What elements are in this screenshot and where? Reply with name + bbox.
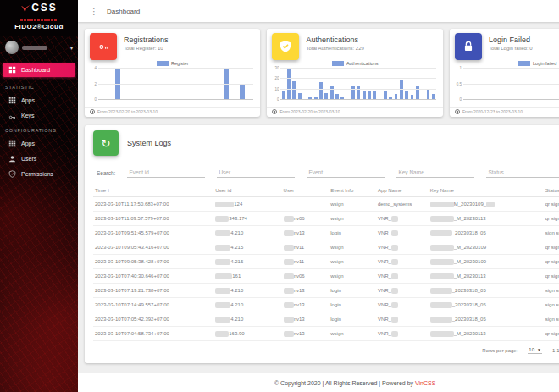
filter-input-status[interactable]: [486, 168, 559, 178]
cell-user-id: 124: [213, 197, 281, 212]
redacted-value: [284, 216, 294, 222]
cell-key-name: _20230318_05: [429, 284, 544, 298]
cell-user: nv13: [282, 298, 329, 312]
chart-bar: [287, 68, 291, 99]
redacted-value: [430, 288, 452, 294]
y-axis-tick: 1: [459, 66, 462, 70]
chart-bar: [240, 84, 245, 100]
column-header-user-id[interactable]: User id: [213, 185, 281, 197]
shield-icon: [8, 170, 16, 178]
column-header-user[interactable]: User: [282, 185, 329, 197]
sidebar-item-users[interactable]: Users: [0, 152, 78, 165]
vincss-link[interactable]: VinCSS: [415, 380, 435, 386]
card-footer: From 2023-02-20 to 2023-03-10: [267, 107, 442, 117]
sidebar-item-keys[interactable]: Keys: [0, 108, 78, 122]
filter-input-event-id[interactable]: [127, 168, 205, 178]
logs-table: Time ↑User idUserEvent InfoApp NameKey N…: [93, 185, 559, 341]
column-header-status[interactable]: Status: [544, 185, 559, 197]
logo-text: CSS: [31, 3, 58, 13]
redacted-value: [391, 317, 398, 323]
chart-legend: Register: [85, 61, 260, 66]
table-row[interactable]: 2023-03-10T11:17:50.683+07:00124wsigndem…: [93, 197, 559, 212]
card-subtitle: Total Authentications: 229: [306, 46, 363, 51]
redacted-value: [391, 302, 398, 308]
cell-user: nv13: [282, 226, 329, 240]
redacted-value: [215, 259, 230, 265]
avatar: [5, 41, 19, 54]
redacted-value: [391, 259, 398, 265]
sidebar-item-label: Keys: [21, 113, 35, 119]
column-header-event-info[interactable]: Event Info: [329, 185, 376, 197]
logo-tagline: [20, 19, 58, 21]
main-area: ⋮ Dashboard admin Registrations Total Re…: [78, 0, 559, 392]
product-name: FIDO2®Cloud: [3, 23, 75, 32]
menu-dots-icon[interactable]: ⋮: [86, 7, 102, 16]
dashboard-content: Registrations Total Register: 10 Registe…: [78, 22, 559, 373]
search-label: Search:: [97, 170, 115, 178]
cell-status: qr sign success: [544, 240, 559, 255]
chevron-down-icon: ▾: [70, 45, 73, 51]
sidebar-item-apps[interactable]: Apps: [0, 93, 78, 107]
legend-label: Register: [171, 61, 188, 66]
table-row[interactable]: 2023-03-10T09:05:38.428+07:004.215nv11ws…: [93, 255, 559, 269]
bar-chart: 3020100: [280, 68, 435, 100]
chart-bar: [373, 91, 376, 99]
cell-event-info: wsign: [329, 197, 376, 212]
chart-bar: [335, 94, 339, 99]
topbar: ⋮ Dashboard admin: [78, 0, 559, 22]
table-row[interactable]: 2023-03-10T07:14:49.557+07:004.210nv13lo…: [93, 298, 559, 312]
redacted-value: [391, 288, 398, 294]
cell-key-name: _20230318_05: [429, 312, 544, 327]
cell-time: 2023-03-10T09:05:43.416+07:00: [93, 240, 213, 255]
table-row[interactable]: 2023-03-10T07:40:30.646+07:00161nv06wsig…: [93, 269, 559, 284]
cell-key-name: _20230318_05: [429, 226, 544, 240]
redacted-value: [430, 216, 454, 222]
sidebar: CSS FIDO2®Cloud ▾ DashboardSTATISTICApps…: [0, 0, 78, 392]
table-row[interactable]: 2023-03-10T07:19:21.738+07:004.210nv13lo…: [93, 284, 559, 298]
cell-status: sign success: [544, 312, 559, 327]
card-title: Authentications: [306, 36, 363, 44]
redacted-value: [430, 245, 454, 251]
chart-bar: [298, 93, 302, 99]
chart-bar: [432, 94, 435, 99]
cell-user: nv11: [282, 255, 329, 269]
bar-chart: 420: [98, 68, 253, 100]
cell-user-id: 4.215: [213, 255, 281, 269]
filter-input-event[interactable]: [307, 168, 385, 178]
cell-time: 2023-03-10T07:40:30.646+07:00: [93, 269, 213, 284]
redacted-value: [430, 331, 454, 337]
sidebar-item-permissions[interactable]: Permissions: [0, 167, 78, 180]
table-row[interactable]: 2023-03-10T09:05:43.416+07:004.215nv11ws…: [93, 240, 559, 255]
apps-icon: [8, 97, 16, 104]
table-row[interactable]: 2023-03-10T11:09:57.579+07:00343.174nv06…: [93, 212, 559, 226]
table-row[interactable]: 2023-03-10T09:51:45.579+07:004.210nv13lo…: [93, 226, 559, 240]
chart-bar: [427, 89, 430, 99]
chart-bar: [308, 97, 312, 99]
cell-app-name: VNR_: [376, 240, 429, 255]
bar-chart: 10.50: [463, 68, 559, 100]
cell-time: 2023-03-10T07:14:49.557+07:00: [93, 298, 213, 312]
table-row[interactable]: 2023-03-10T07:04:58.734+07:00163.90nv13w…: [93, 327, 559, 341]
rows-per-page-select[interactable]: 10 ▼: [528, 347, 542, 354]
filter-input-user[interactable]: [217, 168, 295, 178]
filter-input-key-name[interactable]: [396, 168, 474, 178]
cell-event-info: wsign: [329, 327, 376, 341]
cell-user: nv06: [282, 269, 329, 284]
cell-user: nv13: [282, 327, 329, 341]
column-header-app-name[interactable]: App Name: [376, 185, 429, 197]
cell-key-name: _M_20230113: [429, 269, 544, 284]
sidebar-item-apps[interactable]: Apps: [0, 136, 78, 150]
cell-key-name: _M_20230109: [429, 240, 544, 255]
column-header-time[interactable]: Time ↑: [93, 185, 213, 197]
table-row[interactable]: 2023-03-10T07:05:42.392+07:004.210nv13lo…: [93, 312, 559, 327]
redacted-value: [430, 302, 452, 308]
clock-icon: [272, 109, 277, 114]
system-logs-header: ↻ System Logs: [85, 125, 559, 157]
profile-menu[interactable]: ▾: [0, 36, 78, 59]
column-header-key-name[interactable]: Key Name: [429, 185, 544, 197]
redacted-value: [284, 259, 294, 265]
redacted-value: [430, 259, 454, 265]
cell-app-name: VNR_: [376, 212, 429, 226]
sidebar-item-dashboard[interactable]: Dashboard: [3, 63, 75, 77]
chart-bar: [368, 91, 371, 99]
